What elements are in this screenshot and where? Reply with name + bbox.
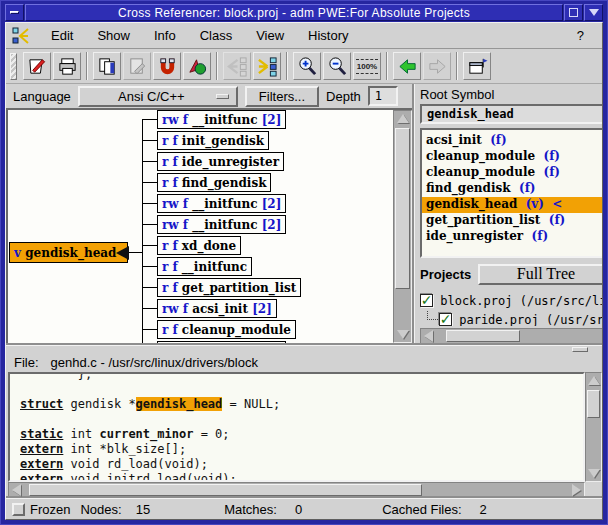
graph-node[interactable]: r f ide_unregister (157, 152, 284, 171)
menu-class[interactable]: Class (188, 25, 245, 46)
graph-node[interactable]: r f xd_done (157, 236, 241, 255)
node-name: acsi_init (188, 302, 248, 316)
symbol-list-item[interactable]: gendisk_head (v) < (422, 197, 603, 213)
forward-button[interactable] (423, 52, 451, 80)
maximize-button[interactable] (564, 4, 583, 21)
graph-expand-button[interactable] (253, 52, 281, 80)
toolbar-grip[interactable] (10, 53, 17, 80)
scroll-up-button[interactable] (394, 111, 411, 126)
scroll-track[interactable] (436, 329, 603, 343)
graph-node[interactable]: rw f __initfunc [2] (157, 194, 286, 213)
language-dropdown[interactable]: Ansi C/C++ (78, 86, 238, 107)
graph-node[interactable]: rw f acsi_init [2] (157, 299, 277, 318)
zoom-100-icon: 100% (356, 59, 378, 74)
root-symbol-input[interactable] (420, 104, 603, 124)
menu-show[interactable]: Show (85, 25, 142, 46)
project-item[interactable]: ✓ block.proj (/usr/src/lin (420, 291, 603, 310)
menu-edit[interactable]: Edit (39, 25, 85, 46)
project-checkbox[interactable]: ✓ (439, 313, 452, 326)
shade-button[interactable] (584, 4, 603, 21)
symbol-list-item[interactable]: acsi_init (f) (422, 133, 603, 149)
project-view-dropdown[interactable]: Full Tree (478, 264, 603, 285)
window-menu-button[interactable] (5, 4, 24, 21)
arrow-left-icon (12, 484, 21, 496)
project-name: paride.proj (/usr/src (452, 313, 603, 327)
code-segment: void rd_load(void); (63, 457, 208, 471)
filters-button[interactable]: Filters... (245, 86, 319, 107)
scroll-thumb[interactable] (446, 330, 519, 342)
zoom-in-button[interactable] (293, 52, 321, 80)
menu-info[interactable]: Info (142, 25, 188, 46)
symbol-list-item[interactable]: cleanup_module (f) (422, 149, 603, 165)
project-item[interactable]: ✓ paride.proj (/usr/src (420, 310, 603, 326)
scroll-track[interactable] (586, 388, 601, 466)
graph-root-node[interactable]: v gendisk_head (9, 242, 128, 263)
annotate-button[interactable] (23, 52, 51, 80)
magnet-button[interactable] (153, 52, 181, 80)
graph-node[interactable]: rw f __initfunc [2] (157, 110, 286, 129)
code-line: struct gendisk *gendisk_head = NULL; (20, 397, 583, 412)
node-count: [2] (248, 302, 272, 316)
menu-history[interactable]: History (296, 25, 360, 46)
print-button[interactable] (53, 52, 81, 80)
scroll-thumb[interactable] (587, 390, 600, 418)
projects-hscrollbar[interactable] (420, 328, 603, 344)
sash-grip-icon[interactable] (572, 347, 588, 352)
scroll-right-button[interactable] (569, 483, 584, 497)
depth-label: Depth (326, 89, 361, 104)
node-name: xd_done (178, 239, 236, 253)
code-segment: = 0; (193, 427, 229, 441)
edit-document-button[interactable] (123, 52, 151, 80)
main-area: Language Ansi C/C++ Filters... Depth rw … (6, 84, 602, 345)
graph-node[interactable]: r f find_gendisk (157, 173, 271, 192)
copy-button[interactable] (93, 52, 121, 80)
depth-input[interactable] (368, 86, 398, 106)
scroll-up-button[interactable] (586, 373, 601, 388)
graph-branch-line (142, 245, 157, 246)
symbol-list-item[interactable]: find_gendisk (f) (422, 181, 603, 197)
graph-collapse-button[interactable] (223, 52, 251, 80)
scroll-thumb[interactable] (395, 128, 410, 289)
scroll-down-button[interactable] (586, 466, 601, 481)
graph-branch-line (142, 266, 157, 267)
menu-view[interactable]: View (244, 25, 296, 46)
graph-node[interactable]: r f __initfunc (157, 257, 252, 276)
node-name: gendisk_head (21, 246, 116, 260)
graph-vscrollbar[interactable] (393, 110, 412, 343)
projects-hscrollbar-row (420, 328, 603, 344)
help-menu[interactable]: ? (571, 25, 590, 46)
graph-node[interactable]: r f get_partition_list (157, 278, 301, 297)
code-segment: gendisk * (63, 397, 135, 411)
graph-node[interactable]: rw f __initfunc [2] (157, 341, 286, 343)
panel-sash[interactable] (6, 345, 602, 352)
scroll-track[interactable] (394, 126, 411, 327)
graph-collapse-icon (227, 56, 248, 77)
code-view[interactable]: }; struct gendisk *gendisk_head = NULL; … (8, 372, 585, 482)
graph-branch-line (142, 119, 157, 120)
zoom-100-button[interactable]: 100% (353, 52, 381, 80)
graph-node[interactable]: rw f __initfunc [2] (157, 215, 286, 234)
scroll-down-button[interactable] (394, 327, 411, 342)
symbol-list-item[interactable]: cleanup_module (f) (422, 165, 603, 181)
graph-root-line (128, 252, 142, 253)
code-hscrollbar-row (6, 482, 602, 498)
scroll-track[interactable] (24, 483, 569, 497)
graph-node[interactable]: r f cleanup_module (157, 320, 296, 339)
properties-button[interactable] (463, 52, 491, 80)
code-hscrollbar[interactable] (8, 482, 585, 498)
project-checkbox[interactable]: ✓ (420, 294, 433, 307)
print-icon (57, 56, 78, 77)
scroll-left-button[interactable] (421, 329, 436, 343)
symbol-list-item[interactable]: ide_unregister (f) (422, 229, 603, 245)
graph-node[interactable]: r f init_gendisk (157, 131, 269, 150)
symbol-list-item[interactable]: get_partition_list (f) (422, 213, 603, 229)
code-vscrollbar[interactable] (585, 372, 602, 482)
app-frame: EditShowInfoClassViewHistory ? 100% (5, 22, 603, 520)
symbol-name: cleanup_module (426, 165, 535, 179)
launch-button[interactable] (183, 52, 211, 80)
scroll-left-button[interactable] (9, 483, 24, 497)
zoom-out-button[interactable] (323, 52, 351, 80)
back-button[interactable] (393, 52, 421, 80)
scroll-thumb[interactable] (29, 484, 421, 496)
frozen-checkbox[interactable] (12, 503, 25, 516)
